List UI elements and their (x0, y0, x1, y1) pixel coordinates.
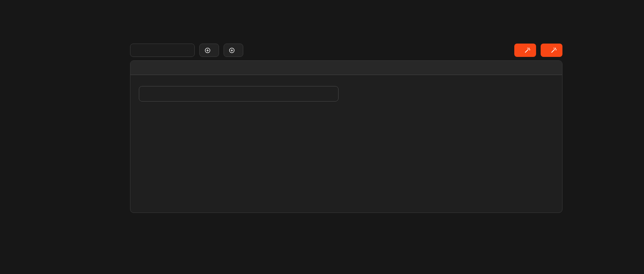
plus-circle-icon (205, 47, 211, 53)
customize-certificate-button[interactable] (541, 44, 562, 57)
table-header (130, 61, 562, 75)
toolbar (130, 43, 562, 57)
contact-card (139, 86, 339, 102)
points-of-contact-section (139, 80, 347, 158)
magic-wand-icon (524, 47, 530, 53)
expanded-row-panel (130, 75, 562, 158)
chart-x-axis (392, 92, 547, 99)
vulnerability-summary-chart (355, 92, 554, 104)
filter-tests-input[interactable] (130, 44, 195, 57)
magic-wand-icon (550, 47, 557, 53)
test-type-filter-button[interactable] (224, 44, 243, 57)
status-filter-button[interactable] (199, 44, 219, 57)
plus-circle-icon (229, 47, 235, 53)
vulnerability-summary-section (355, 80, 554, 158)
customize-report-button[interactable] (514, 44, 536, 57)
tests-table-card (130, 60, 562, 213)
